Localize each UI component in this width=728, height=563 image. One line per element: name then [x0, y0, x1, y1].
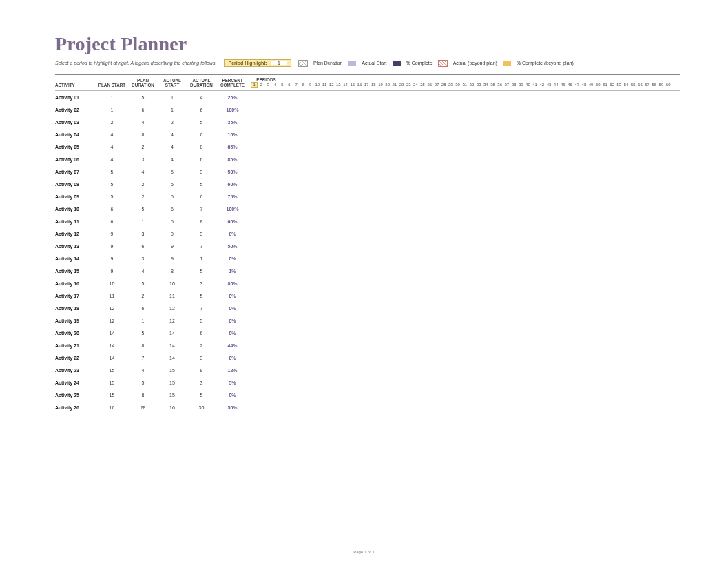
period-number: 54 — [623, 83, 630, 87]
table-row: Activity 1293930% — [55, 227, 680, 240]
cell-actual-duration: 3 — [186, 170, 217, 174]
cell-actual-start: 2 — [158, 120, 186, 125]
cell-plan-duration: 3 — [127, 256, 158, 261]
cell-plan-duration: 2 — [127, 145, 158, 150]
table-row: Activity 05424885% — [55, 141, 680, 153]
table-row: Activity 181261270% — [55, 302, 680, 314]
cell-percent-complete: 0% — [217, 294, 248, 298]
period-number: 5 — [279, 83, 286, 87]
cell-percent-complete: 100% — [217, 207, 248, 212]
cell-actual-start: 12 — [158, 318, 186, 323]
table-row: Activity 04484610% — [55, 128, 680, 141]
period-number: 15 — [349, 83, 356, 87]
period-number: 9 — [307, 83, 314, 87]
period-number: 22 — [398, 83, 405, 87]
cell-percent-complete: 100% — [217, 108, 248, 112]
period-number: 58 — [651, 83, 658, 87]
cell-activity: Activity 01 — [55, 95, 96, 100]
cell-percent-complete: 25% — [217, 95, 248, 100]
table-row: Activity 06434685% — [55, 153, 680, 165]
cell-actual-duration: 3 — [186, 281, 217, 286]
period-number: 24 — [412, 83, 419, 87]
period-number: 59 — [658, 83, 665, 87]
cell-plan-duration: 2 — [127, 194, 158, 199]
col-plan-start: PLAN START — [96, 83, 127, 88]
period-number: 47 — [574, 83, 581, 87]
cell-activity: Activity 05 — [55, 145, 96, 150]
period-number: 49 — [587, 83, 594, 87]
cell-actual-duration: 1 — [186, 256, 217, 261]
cell-actual-start: 9 — [158, 244, 186, 249]
cell-actual-start: 8 — [158, 269, 186, 274]
cell-plan-start: 11 — [96, 294, 127, 298]
cell-actual-start: 15 — [158, 368, 186, 373]
cell-percent-complete: 0% — [217, 331, 248, 336]
cell-plan-start: 10 — [96, 281, 127, 286]
period-number: 34 — [482, 83, 489, 87]
cell-actual-duration: 6 — [186, 132, 217, 137]
cell-plan-duration: 5 — [127, 207, 158, 212]
cell-actual-start: 9 — [158, 232, 186, 236]
cell-activity: Activity 15 — [55, 269, 96, 274]
period-number: 3 — [264, 83, 271, 87]
period-number: 2 — [258, 83, 264, 87]
period-highlight-value[interactable]: 1 — [271, 61, 287, 65]
cell-actual-start: 5 — [158, 170, 186, 174]
cell-actual-duration: 3 — [186, 356, 217, 360]
cell-plan-start: 9 — [96, 269, 127, 274]
cell-actual-start: 4 — [158, 157, 186, 162]
period-highlight-box[interactable]: Period Highlight: 1 — [224, 59, 291, 67]
cell-activity: Activity 20 — [55, 331, 96, 336]
cell-plan-duration: 5 — [127, 380, 158, 385]
table-row: Activity 1594851% — [55, 265, 680, 277]
cell-actual-start: 14 — [158, 356, 186, 360]
period-number: 55 — [630, 83, 636, 87]
period-number: 33 — [475, 83, 482, 87]
cell-plan-duration: 6 — [127, 306, 158, 311]
cell-plan-start: 9 — [96, 244, 127, 249]
cell-plan-start: 5 — [96, 182, 127, 187]
legend-label: Plan Duration — [313, 61, 342, 65]
cell-percent-complete: 85% — [217, 157, 248, 162]
page-title: Project Planner — [55, 33, 680, 55]
cell-actual-start: 1 — [158, 108, 186, 112]
legend-swatch — [393, 61, 401, 66]
cell-actual-duration: 7 — [186, 306, 217, 311]
cell-plan-start: 12 — [96, 318, 127, 323]
cell-activity: Activity 06 — [55, 157, 96, 162]
cell-plan-duration: 4 — [127, 170, 158, 174]
cell-actual-start: 16 — [158, 405, 186, 410]
cell-activity: Activity 13 — [55, 244, 96, 249]
cell-percent-complete: 0% — [217, 356, 248, 360]
period-number: 48 — [581, 83, 587, 87]
cell-activity: Activity 26 — [55, 405, 96, 410]
period-number: 51 — [601, 83, 608, 87]
cell-activity: Activity 25 — [55, 393, 96, 398]
col-percent-complete: PERCENT COMPLETE — [217, 78, 248, 88]
cell-activity: Activity 09 — [55, 194, 96, 199]
period-number: 18 — [370, 83, 377, 87]
cell-activity: Activity 19 — [55, 318, 96, 323]
table-header: ACTIVITY PLAN START PLAN DURATION ACTUAL… — [55, 75, 680, 91]
cell-plan-duration: 3 — [127, 157, 158, 162]
cell-percent-complete: 50% — [217, 244, 248, 249]
period-number: 10 — [314, 83, 321, 87]
period-number: 12 — [328, 83, 335, 87]
legend-swatch — [438, 60, 448, 67]
period-number: 60 — [665, 83, 672, 87]
table-row: Activity 2114814244% — [55, 339, 680, 351]
cell-actual-duration: 5 — [186, 120, 217, 125]
cell-actual-duration: 8 — [186, 368, 217, 373]
cell-percent-complete: 80% — [217, 281, 248, 286]
cell-plan-duration: 4 — [127, 368, 158, 373]
cell-plan-duration: 6 — [127, 244, 158, 249]
legend: Plan DurationActual Start% CompleteActua… — [298, 60, 574, 67]
cell-plan-start: 4 — [96, 132, 127, 137]
cell-plan-start: 14 — [96, 356, 127, 360]
period-highlight-label: Period Highlight: — [229, 61, 267, 65]
cell-percent-complete: 44% — [217, 343, 248, 348]
cell-actual-duration: 6 — [186, 331, 217, 336]
cell-plan-duration: 28 — [127, 405, 158, 410]
period-number: 42 — [539, 83, 545, 87]
table-row: Activity 1610510380% — [55, 277, 680, 289]
